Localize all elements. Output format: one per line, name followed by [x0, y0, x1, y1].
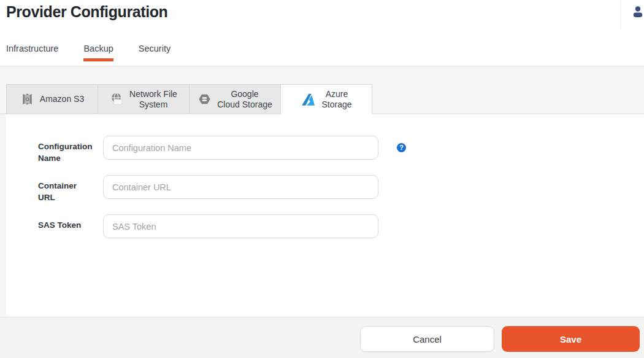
provider-configuration-page: Provider Configuration Infrastructure Ba… — [0, 0, 644, 358]
azure-storage-form-panel: Configuration Name ? Container URL SAS T… — [6, 114, 644, 317]
page-title: Provider Configuration — [6, 3, 167, 21]
sas-token-label: SAS Token — [38, 219, 99, 231]
tab-infrastructure[interactable]: Infrastructure — [6, 44, 58, 53]
tab-google-cloud-storage[interactable]: Google Cloud Storage — [189, 84, 281, 114]
main-nav: Infrastructure Backup Security — [6, 44, 171, 53]
azure-storage-icon — [301, 92, 316, 107]
header-divider — [621, 0, 621, 29]
tab-security[interactable]: Security — [139, 44, 171, 53]
tab-network-file-system[interactable]: Network File System — [98, 84, 190, 114]
user-icon[interactable] — [631, 5, 644, 18]
tab-label: Google Cloud Storage — [217, 89, 272, 110]
tab-backup[interactable]: Backup — [83, 44, 113, 53]
sas-token-input[interactable] — [103, 214, 378, 238]
container-url-input[interactable] — [103, 175, 378, 199]
tab-label: Amazon S3 — [40, 94, 84, 104]
page-header: Provider Configuration Infrastructure Ba… — [0, 0, 644, 66]
sas-token-row: SAS Token — [6, 214, 644, 238]
google-cloud-storage-icon — [197, 92, 212, 106]
help-icon[interactable]: ? — [397, 143, 406, 152]
container-url-label: Container URL — [38, 180, 99, 203]
save-button[interactable]: Save — [502, 326, 640, 352]
configuration-name-row: Configuration Name ? — [6, 136, 644, 160]
network-file-system-icon — [110, 92, 124, 106]
configuration-name-input[interactable] — [103, 136, 378, 160]
tab-amazon-s3[interactable]: Amazon S3 — [6, 84, 98, 114]
provider-tabstrip: Amazon S3 Network File System — [0, 84, 644, 114]
tab-label: Azure Storage — [321, 89, 351, 110]
configuration-name-label: Configuration Name — [38, 141, 99, 164]
container-url-row: Container URL — [6, 175, 644, 199]
cancel-button[interactable]: Cancel — [360, 326, 494, 352]
tab-label: Network File System — [129, 89, 177, 110]
amazon-s3-icon — [20, 92, 34, 106]
tab-azure-storage[interactable]: Azure Storage — [280, 84, 372, 114]
action-footer: Cancel Save — [0, 317, 644, 358]
